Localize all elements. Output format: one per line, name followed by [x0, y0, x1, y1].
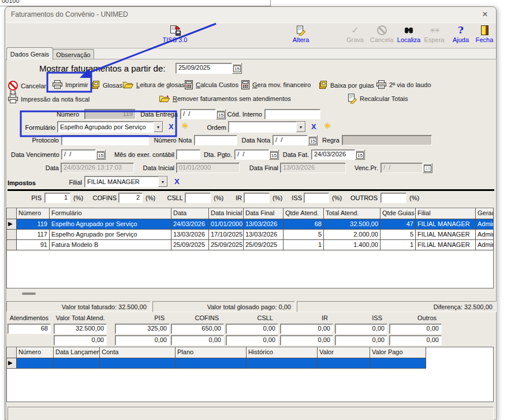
data-entrega-field[interactable]: / /: [180, 109, 216, 119]
dropdown-button[interactable]: ▼: [158, 177, 167, 187]
dropdown-button[interactable]: ▼: [296, 122, 305, 132]
column-header[interactable]: Gerado: [476, 208, 494, 219]
table-row[interactable]: ▶ 119 Espelho Agrupado por Serviço 24/03…: [7, 219, 493, 230]
baixa-por-guias-button[interactable]: Baixa por guias: [319, 81, 374, 89]
column-header[interactable]: Valor: [318, 347, 370, 358]
altera-button[interactable]: Altera: [285, 24, 316, 43]
question-mark-icon: ?: [449, 24, 472, 36]
gera-mov-financeiro-button[interactable]: Gera mov. financeiro: [241, 80, 311, 89]
cod-interno-field[interactable]: [264, 109, 320, 119]
column-header[interactable]: Total Atend.: [324, 208, 381, 219]
column-header[interactable]: Valor Pago: [370, 347, 426, 358]
data-nota-calendar-button[interactable]: 15: [308, 135, 318, 145]
ordem-select[interactable]: ▼: [228, 121, 306, 133]
sun-icon[interactable]: ☀: [324, 121, 331, 130]
data-final-field: 13/03/2026: [280, 163, 346, 173]
clear-formulario-icon[interactable]: X: [169, 122, 174, 131]
data-fat-field[interactable]: 24/03/2026: [311, 149, 355, 160]
outros-field[interactable]: [381, 193, 406, 203]
pis-pct-label: (%): [73, 194, 83, 201]
localiza-label: Localiza: [394, 36, 424, 43]
table-row[interactable]: 117 Espelho Agrupado por Serviço 13/03/2…: [7, 230, 493, 240]
column-header[interactable]: Conta: [100, 347, 176, 358]
tiss-label: TISS 3.0: [156, 36, 193, 43]
grid-corner: [7, 347, 17, 358]
valor-total-atend-field: 32.500,00: [54, 324, 107, 334]
data-entrega-calendar-button[interactable]: 15: [216, 109, 226, 119]
column-header[interactable]: Número: [17, 347, 54, 358]
data-fat-calendar-button[interactable]: 15: [355, 149, 365, 160]
column-header[interactable]: Qtde Guias: [381, 208, 416, 219]
close-icon[interactable]: ×: [479, 9, 491, 20]
formulario-select[interactable]: Espelho Agrupado por Serviço ▼: [57, 121, 163, 133]
table-row[interactable]: 91 Fatura Modelo B 25/09/2025 25/09/2025…: [7, 240, 493, 250]
data-inicial-label: Data Inicial: [136, 164, 174, 171]
ajuda-button[interactable]: ? Ajuda: [449, 24, 472, 43]
data-nota-field[interactable]: / /: [273, 135, 308, 145]
ir-pct-label: (%): [273, 194, 282, 201]
column-header[interactable]: Data Lançamento: [54, 347, 100, 358]
ir-field[interactable]: [244, 193, 270, 203]
column-header[interactable]: Formulário: [50, 208, 171, 219]
grava-label: Grava: [342, 36, 368, 43]
column-header[interactable]: Histórico: [247, 347, 318, 358]
clear-ordem-icon[interactable]: X: [311, 122, 316, 131]
csll-field[interactable]: [185, 193, 211, 203]
imprimir-button[interactable]: Imprimir: [53, 80, 88, 89]
data-vencimento-calendar-button[interactable]: 15: [96, 149, 106, 160]
cofins-field[interactable]: 2: [118, 193, 143, 203]
fecha-button[interactable]: Fecha: [473, 24, 496, 43]
filter-date-input[interactable]: 25/09/2025: [176, 63, 232, 74]
column-header[interactable]: Data Inicial: [209, 208, 244, 219]
recalcular-totais-button[interactable]: Recalcular Totais: [348, 93, 408, 104]
column-header[interactable]: Filial: [416, 208, 476, 219]
data-vencimento-label: Data Vencimento: [11, 151, 59, 158]
outros-pct-label: (%): [409, 194, 419, 201]
filter-label: Mostrar faturamentos a partir de:: [39, 63, 165, 73]
dta-pgto-calendar-button[interactable]: 15: [269, 149, 279, 160]
numero-nota-field[interactable]: [194, 135, 237, 145]
venc-pr-field: / /: [381, 163, 423, 173]
impressao-nota-fiscal-button[interactable]: Impressão da nota fiscal: [8, 95, 89, 103]
printer-icon: [8, 95, 18, 103]
total-glosado-panel: Valor total glosado pago: 0,00: [152, 301, 295, 312]
sun-icon[interactable]: ☀: [181, 121, 189, 130]
remover-faturamentos-button[interactable]: Remover faturamentos sem atendimentos: [159, 95, 291, 103]
iss-field[interactable]: [304, 193, 329, 203]
column-header[interactable]: Data: [171, 208, 209, 219]
bottom-status-panel: [8, 407, 494, 420]
glosas-button[interactable]: Glosas: [91, 81, 122, 89]
column-header[interactable]: Qtde Atend.: [284, 208, 324, 219]
column-header[interactable]: Número: [17, 208, 50, 219]
ir-total-field: 0,00: [280, 324, 333, 334]
csll-total-field: 0,00: [226, 324, 278, 334]
pis-field[interactable]: 1: [44, 193, 70, 203]
glosas-label: Glosas: [103, 82, 122, 89]
cofins-label: COFINS: [90, 194, 117, 201]
mes-contabil-field[interactable]: [176, 149, 200, 160]
segunda-via-laudo-button[interactable]: 2ª via do laudo: [376, 80, 431, 89]
ir-summary-header: IR: [280, 314, 328, 321]
column-header[interactable]: Data Final: [244, 208, 284, 219]
gears-icon: ✳✳: [421, 24, 447, 36]
protocolo-field[interactable]: [61, 135, 149, 145]
filter-calendar-button[interactable]: 15: [232, 63, 242, 74]
calcula-custos-label: Calcula Custos: [196, 81, 238, 88]
dta-pgto-field[interactable]: / /: [234, 149, 269, 160]
filial-select[interactable]: FILIAL MANAGER ▼: [84, 176, 168, 187]
tiss-button[interactable]: TISS 3.0: [156, 24, 193, 43]
clear-filial-icon[interactable]: X: [174, 177, 180, 186]
numero-nota-label: Número Nota: [151, 137, 192, 144]
calcula-custos-button[interactable]: Calcula Custos: [185, 80, 238, 89]
dropdown-button[interactable]: ▼: [154, 122, 163, 132]
printer-icon: [376, 80, 386, 89]
edit-document-icon: [285, 24, 316, 36]
tab-dados-gerais[interactable]: Dados Gerais: [6, 47, 53, 60]
localiza-button[interactable]: Localiza: [394, 24, 424, 43]
table-row[interactable]: ▶: [7, 358, 426, 369]
venc-pr-label: Venc.Pr.: [353, 164, 378, 171]
data-vencimento-field[interactable]: / /: [61, 149, 96, 160]
column-header[interactable]: Plano: [176, 347, 247, 358]
leitura-glosas-button[interactable]: Leitura de glosas: [123, 81, 185, 89]
splitter-handle[interactable]: [22, 292, 36, 295]
